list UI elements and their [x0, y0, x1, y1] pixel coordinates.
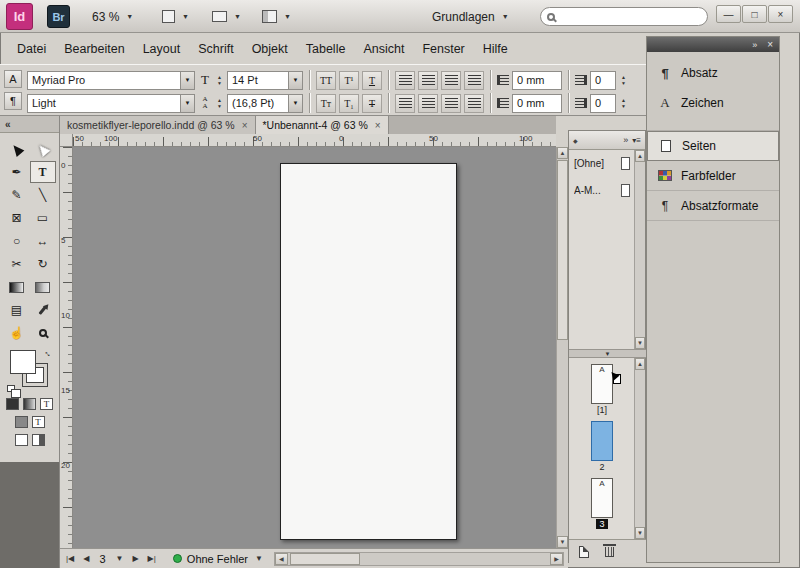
document-page[interactable] [280, 163, 457, 540]
screen-mode-button[interactable]: ▼ [212, 0, 241, 33]
font-style-combo[interactable]: Light ▼ [27, 94, 195, 113]
pasteboard[interactable] [73, 147, 556, 548]
subscript-button[interactable]: T₁ [339, 94, 359, 113]
zoom-level-dropdown[interactable]: 63 % ▼ [92, 0, 133, 33]
align-right-button[interactable] [441, 71, 461, 90]
last-page-button[interactable]: ▶| [146, 554, 158, 563]
next-page-button[interactable]: ▶ [130, 554, 140, 563]
pen-tool[interactable]: ✒ [4, 161, 30, 183]
font-family-combo[interactable]: Myriad Pro ▼ [27, 71, 195, 90]
space-after-field[interactable]: 0 [590, 94, 616, 113]
panel-menu-icon[interactable]: ▾≡ [632, 136, 641, 145]
formatting-affects-text-button[interactable]: T [32, 416, 45, 428]
pencil-tool[interactable]: ✎ [4, 184, 30, 206]
menu-item-objekt[interactable]: Objekt [243, 38, 297, 60]
strikethrough-button[interactable]: T [362, 94, 382, 113]
leading-stepper[interactable]: ▲▼ [215, 98, 224, 109]
font-size-combo[interactable]: 14 Pt ▼ [227, 71, 303, 90]
line-tool[interactable]: ╲ [30, 184, 56, 206]
menu-item-ansicht[interactable]: Ansicht [354, 38, 413, 60]
direct-selection-tool[interactable] [30, 138, 56, 160]
menu-item-hilfe[interactable]: Hilfe [474, 38, 517, 60]
font-size-stepper[interactable]: ▲▼ [215, 75, 224, 86]
first-page-button[interactable]: |◀ [64, 554, 76, 563]
first-line-indent-field[interactable]: 0 mm [512, 94, 562, 113]
collapse-panel-icon[interactable]: « [5, 119, 11, 130]
tools-panel-header[interactable]: « [0, 116, 59, 133]
chevron-down-icon[interactable]: ▼ [180, 72, 194, 89]
vertical-scrollbar[interactable]: ▲ ▼ [556, 147, 568, 548]
align-center-button[interactable] [418, 71, 438, 90]
scroll-up-icon[interactable]: ▲ [635, 358, 645, 370]
document-tab-unbenannt4[interactable]: *Unbenannt-4 @ 63 % × [256, 116, 389, 134]
master-item-ohne[interactable]: [Ohne] [569, 150, 635, 177]
dock-button-absatz[interactable]: ¶ Absatz [647, 58, 779, 88]
menu-item-layout[interactable]: Layout [134, 38, 190, 60]
swap-fill-stroke-icon[interactable]: ↔ [41, 346, 54, 359]
scrollbar-thumb[interactable] [290, 553, 360, 565]
selection-tool[interactable] [4, 138, 30, 160]
collapse-panel-icon[interactable]: » [623, 135, 628, 145]
dock-button-absatzformate[interactable]: ¶ Absatzformate [647, 191, 779, 221]
page-thumbnail-1[interactable]: A [591, 364, 613, 404]
frame-tool[interactable]: ⊠ [4, 207, 30, 229]
scroll-up-icon[interactable]: ▲ [557, 147, 568, 159]
small-caps-button[interactable]: Tт [316, 94, 336, 113]
default-fill-stroke-icon[interactable] [7, 385, 15, 392]
eyedropper-tool[interactable] [30, 299, 56, 321]
search-input[interactable] [560, 11, 702, 23]
window-minimize-button[interactable]: — [716, 5, 741, 23]
left-indent-field[interactable]: 0 mm [512, 71, 562, 90]
normal-view-button[interactable] [15, 434, 28, 446]
close-dock-icon[interactable]: × [767, 39, 773, 50]
superscript-button[interactable]: T¹ [339, 71, 359, 90]
document-tab-kosmetikflyer[interactable]: kosmetikflyer-leporello.indd @ 63 % × [60, 116, 256, 134]
underline-button[interactable]: T [362, 71, 382, 90]
scroll-up-icon[interactable]: ▲ [635, 150, 645, 162]
scroll-down-icon[interactable]: ▼ [635, 337, 645, 349]
justify-all-button[interactable] [464, 94, 484, 113]
justify-left-button[interactable] [395, 94, 415, 113]
note-tool[interactable]: ▤ [4, 299, 30, 321]
panel-splitter[interactable]: ▼ [569, 349, 646, 358]
paragraph-formatting-mode-button[interactable]: ¶ [4, 92, 22, 110]
new-page-button[interactable] [579, 546, 589, 558]
bridge-launch-button[interactable]: Br [47, 5, 70, 28]
align-left-button[interactable] [395, 71, 415, 90]
preview-mode-button[interactable] [32, 434, 45, 446]
ellipse-tool[interactable]: ○ [4, 230, 30, 252]
master-item-a-master[interactable]: A-M... [569, 177, 635, 204]
delete-page-button[interactable] [605, 547, 614, 557]
chevron-down-icon[interactable]: ▼ [180, 95, 194, 112]
previous-page-button[interactable]: ◀ [81, 554, 91, 563]
masters-scrollbar[interactable]: ▲ ▼ [634, 150, 645, 349]
menu-item-fenster[interactable]: Fenster [413, 38, 473, 60]
dock-button-zeichen[interactable]: A Zeichen [647, 88, 779, 118]
pages-scrollbar[interactable]: ▲ ▼ [634, 358, 645, 539]
dock-button-farbfelder[interactable]: Farbfelder [647, 161, 779, 191]
rotate-tool[interactable]: ↻ [30, 253, 56, 275]
leading-combo[interactable]: (16,8 Pt) ▼ [227, 94, 303, 113]
all-caps-button[interactable]: TT [316, 71, 336, 90]
chevron-down-icon[interactable]: ▼ [288, 72, 302, 89]
preflight-menu-dropdown[interactable]: ▼ [253, 554, 265, 563]
dock-button-seiten[interactable]: Seiten [647, 131, 779, 161]
window-close-button[interactable]: × [768, 5, 793, 23]
expand-dock-icon[interactable]: » [752, 40, 757, 50]
preflight-status-text[interactable]: Ohne Fehler [187, 553, 248, 565]
workspace-switcher[interactable]: Grundlagen ▼ [432, 0, 509, 33]
pages-panel-header[interactable]: ◆ » ▾≡ [569, 131, 645, 150]
ruler-origin-corner[interactable] [60, 134, 73, 147]
vertical-ruler[interactable]: 0 5 10 15 20 [60, 147, 73, 548]
space-before-field[interactable]: 0 [590, 71, 616, 90]
arrange-documents-button[interactable]: ▼ [262, 0, 291, 33]
page-thumbnail-3[interactable]: A [591, 478, 613, 518]
fill-swatch[interactable] [10, 350, 36, 374]
zoom-tool[interactable] [30, 322, 56, 344]
apply-none-button[interactable]: T [40, 398, 53, 410]
space-before-stepper[interactable]: ▲▼ [619, 75, 628, 86]
scissors-tool[interactable]: ✂ [4, 253, 30, 275]
menu-item-tabelle[interactable]: Tabelle [297, 38, 355, 60]
dock-header[interactable]: » × [647, 37, 779, 52]
hand-tool[interactable]: ☝ [4, 322, 30, 344]
